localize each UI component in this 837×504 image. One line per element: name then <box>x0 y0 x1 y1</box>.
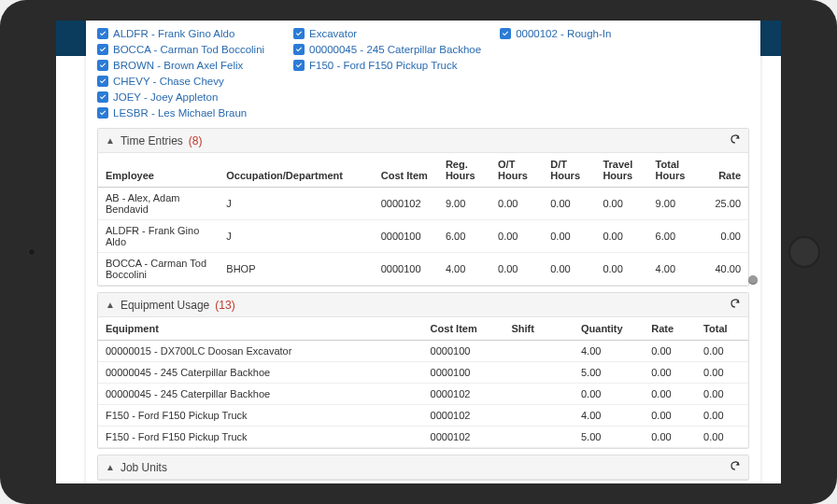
cell-total: 0.00 <box>696 384 748 405</box>
cell-ot: 0.00 <box>490 220 543 253</box>
tablet-home-button[interactable] <box>788 236 820 268</box>
section-title: Time Entries <box>121 134 183 147</box>
refresh-icon <box>730 298 741 309</box>
screen: ALDFR - Frank Gino AldoBOCCA - Carman To… <box>56 21 781 483</box>
employee-checkbox[interactable]: BROWN - Brown Axel Felix <box>97 58 275 73</box>
table-row[interactable]: BOCCA - Carman Tod BoccoliniBHOP00001004… <box>98 253 748 286</box>
table-row[interactable]: AB - Alex, Adam BendavidJ00001029.000.00… <box>98 188 748 220</box>
checkbox-label: BOCCA - Carman Tod Boccolini <box>113 42 264 57</box>
cell-total: 4.00 <box>648 253 701 286</box>
col-reg[interactable]: Reg. Hours <box>438 153 490 188</box>
cell-costitem: 0000100 <box>423 362 504 384</box>
cell-shift <box>504 341 574 362</box>
table-row[interactable]: 00000045 - 245 Caterpillar Backhoe000010… <box>98 362 748 384</box>
cell-equipment: 00000015 - DX700LC Doosan Excavator <box>98 341 423 362</box>
selection-filters: ALDFR - Frank Gino AldoBOCCA - Carman To… <box>97 26 749 120</box>
checkbox-label: CHEVY - Chase Chevy <box>113 74 224 89</box>
cell-costitem: 0000100 <box>374 220 438 253</box>
cell-rate: 0.00 <box>701 220 748 253</box>
refresh-button[interactable] <box>730 133 741 147</box>
col-occupation[interactable]: Occupation/Department <box>219 153 373 188</box>
cell-costitem: 0000102 <box>374 188 438 220</box>
checkbox-label: JOEY - Joey Appleton <box>113 90 218 105</box>
cell-shift <box>504 427 574 448</box>
col-equipment[interactable]: Equipment <box>98 317 423 341</box>
job-units-header[interactable]: ▲ Job Units <box>98 455 748 480</box>
equipment-usage-table: Equipment Cost Item Shift Quantity Rate … <box>98 317 748 448</box>
col-ot[interactable]: O/T Hours <box>490 153 543 188</box>
cell-total: 0.00 <box>696 427 748 448</box>
checkbox-label: LESBR - Les Michael Braun <box>113 105 247 120</box>
cell-reg: 9.00 <box>438 188 490 220</box>
cell-total: 0.00 <box>696 405 748 427</box>
checkbox-icon <box>293 28 305 39</box>
cell-equipment: F150 - Ford F150 Pickup Truck <box>98 405 423 427</box>
employee-filter-column: ALDFR - Frank Gino AldoBOCCA - Carman To… <box>97 26 275 120</box>
equipment-checkbox[interactable]: F150 - Ford F150 Pickup Truck <box>293 58 481 73</box>
chevron-up-icon: ▲ <box>106 300 115 310</box>
col-costitem[interactable]: Cost Item <box>423 317 504 341</box>
checkbox-label: ALDFR - Frank Gino Aldo <box>113 26 234 41</box>
col-costitem[interactable]: Cost Item <box>374 153 438 188</box>
time-entries-header[interactable]: ▲ Time Entries (8) <box>98 129 748 153</box>
equipment-usage-header[interactable]: ▲ Equipment Usage (13) <box>98 293 748 317</box>
checkbox-label: Excavator <box>309 26 357 41</box>
scrollbar-thumb[interactable] <box>748 275 758 285</box>
checkbox-icon <box>97 44 108 55</box>
table-row[interactable]: 00000045 - 245 Caterpillar Backhoe000010… <box>98 384 748 405</box>
cell-total: 9.00 <box>648 188 701 220</box>
table-row[interactable]: F150 - Ford F150 Pickup Truck00001025.00… <box>98 427 748 448</box>
employee-checkbox[interactable]: LESBR - Les Michael Braun <box>97 105 275 120</box>
cell-quantity: 4.00 <box>574 341 644 362</box>
refresh-button[interactable] <box>730 460 741 474</box>
tablet-camera <box>28 248 35 256</box>
equipment-checkbox[interactable]: Excavator <box>293 26 481 41</box>
cell-shift <box>504 362 574 384</box>
cell-employee: BOCCA - Carman Tod Boccolini <box>98 253 219 286</box>
cell-shift <box>504 405 574 427</box>
cell-costitem: 0000100 <box>374 253 438 286</box>
cell-employee: ALDFR - Frank Gino Aldo <box>98 220 219 253</box>
cell-costitem: 0000100 <box>423 341 504 362</box>
col-dt[interactable]: D/T Hours <box>543 153 595 188</box>
cell-reg: 6.00 <box>438 220 490 253</box>
col-total[interactable]: Total <box>696 317 748 341</box>
chevron-up-icon: ▲ <box>106 462 115 472</box>
cell-dt: 0.00 <box>543 188 595 220</box>
employee-checkbox[interactable]: JOEY - Joey Appleton <box>97 90 275 105</box>
cell-equipment: 00000045 - 245 Caterpillar Backhoe <box>98 384 423 405</box>
checkbox-icon <box>97 76 108 87</box>
refresh-icon <box>730 460 741 471</box>
employee-checkbox[interactable]: BOCCA - Carman Tod Boccolini <box>97 42 275 57</box>
cell-dt: 0.00 <box>543 220 595 253</box>
col-quantity[interactable]: Quantity <box>574 317 644 341</box>
checkbox-label: F150 - Ford F150 Pickup Truck <box>309 58 458 73</box>
cell-rate: 40.00 <box>701 253 748 286</box>
col-total[interactable]: Total Hours <box>648 153 701 188</box>
equipment-checkbox[interactable]: 00000045 - 245 Caterpillar Backhoe <box>293 42 481 57</box>
checkbox-label: BROWN - Brown Axel Felix <box>113 58 243 73</box>
employee-checkbox[interactable]: ALDFR - Frank Gino Aldo <box>97 26 275 41</box>
tablet-frame: ALDFR - Frank Gino AldoBOCCA - Carman To… <box>0 0 837 504</box>
cell-costitem: 0000102 <box>423 405 504 427</box>
col-rate[interactable]: Rate <box>644 317 696 341</box>
job-units-section: ▲ Job Units <box>97 455 749 481</box>
cell-ot: 0.00 <box>490 188 543 220</box>
cell-equipment: 00000045 - 245 Caterpillar Backhoe <box>98 362 423 384</box>
section-count: (8) <box>189 134 203 147</box>
cell-travel: 0.00 <box>595 188 647 220</box>
cell-rate: 0.00 <box>644 405 696 427</box>
table-row[interactable]: ALDFR - Frank Gino AldoJ00001006.000.000… <box>98 220 748 253</box>
refresh-button[interactable] <box>730 298 741 312</box>
table-row[interactable]: F150 - Ford F150 Pickup Truck00001024.00… <box>98 405 748 427</box>
col-rate[interactable]: Rate <box>701 153 748 188</box>
employee-checkbox[interactable]: CHEVY - Chase Chevy <box>97 74 275 89</box>
costitem-checkbox[interactable]: 0000102 - Rough-In <box>500 26 749 41</box>
cell-rate: 0.00 <box>644 384 696 405</box>
col-shift[interactable]: Shift <box>504 317 574 341</box>
refresh-icon <box>730 133 741 145</box>
cell-employee: AB - Alex, Adam Bendavid <box>98 188 219 220</box>
col-travel[interactable]: Travel Hours <box>595 153 647 188</box>
col-employee[interactable]: Employee <box>98 153 219 188</box>
table-row[interactable]: 00000015 - DX700LC Doosan Excavator00001… <box>98 341 748 362</box>
